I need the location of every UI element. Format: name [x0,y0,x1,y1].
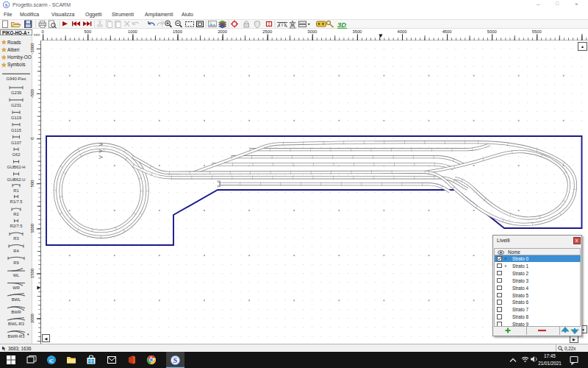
svg-text:5500: 5500 [532,29,542,34]
svg-text:-500: -500 [30,89,35,98]
svg-text:3D: 3D [337,21,346,29]
svg-text:4000: 4000 [398,29,407,34]
svg-text:500: 500 [84,29,91,34]
svg-text:S: S [173,357,177,364]
svg-text:3500: 3500 [352,29,362,34]
svg-text:3000: 3000 [307,29,317,34]
svg-text:2500: 2500 [262,29,272,34]
svg-text:1500: 1500 [30,269,35,278]
svg-text:500: 500 [30,180,35,187]
svg-text:1000: 1000 [128,29,137,34]
svg-text:2000: 2000 [30,314,35,323]
svg-text:2000: 2000 [218,29,227,34]
svg-text:4500: 4500 [442,29,452,34]
svg-text:0: 0 [30,138,35,140]
svg-text:0: 0 [42,29,44,34]
svg-text:-1000: -1000 [30,43,35,54]
svg-text:1000: 1000 [30,224,35,233]
svg-text:1500: 1500 [173,29,182,34]
svg-text:5000: 5000 [487,29,497,34]
svg-text:S: S [5,2,8,7]
